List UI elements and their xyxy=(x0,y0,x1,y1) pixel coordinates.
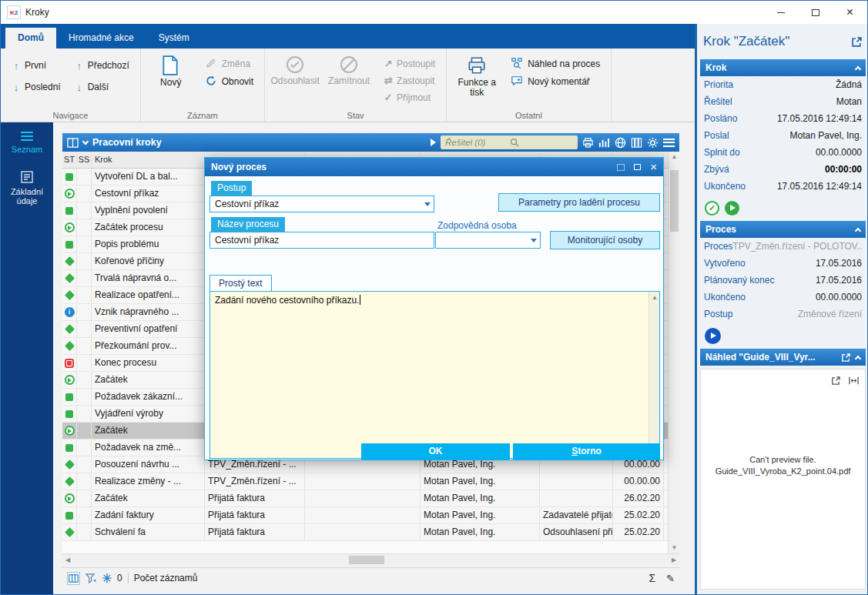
process-name-input[interactable]: Cestovní příkaz xyxy=(209,232,434,249)
debug-parameters-button[interactable]: Parametry pro ladění procesu xyxy=(498,193,660,212)
chevron-down-icon[interactable] xyxy=(82,138,89,144)
scroll-down-icon[interactable] xyxy=(669,543,680,553)
monitoring-persons-button[interactable]: Monitorující osoby xyxy=(550,231,660,249)
grid-header-bar: Pracovní kroky Řešitel (0) xyxy=(62,133,679,152)
vertical-scrollbar[interactable] xyxy=(668,152,679,553)
chart-icon[interactable] xyxy=(598,137,610,149)
table-row[interactable]: Realizace změny - ... TPV_Změn.řízení - … xyxy=(62,473,668,490)
column-header-krok[interactable]: Krok xyxy=(92,152,205,168)
status-icon xyxy=(65,512,73,520)
status-bar: 0 Počet záznamů xyxy=(62,567,679,588)
new-button[interactable]: Nový xyxy=(147,52,195,104)
responsible-person-label: Zodpovědná osoba xyxy=(437,220,517,231)
approved-status-icon[interactable] xyxy=(705,201,719,216)
maximize-button[interactable] xyxy=(798,1,833,24)
accept-button[interactable]: ✓Přijmout xyxy=(379,90,440,105)
view-icon[interactable] xyxy=(67,138,79,148)
minimize-button[interactable] xyxy=(763,1,798,24)
section-header-proces[interactable]: Proces xyxy=(700,221,866,238)
status-icon xyxy=(65,222,75,232)
cell-krok: Realizace opatření... xyxy=(92,287,205,303)
open-in-window-icon[interactable] xyxy=(841,353,851,363)
run-icon[interactable] xyxy=(431,139,436,146)
cell-proces: Přijatá faktura xyxy=(205,507,305,523)
resitel-filter-input[interactable]: Řešitel (0) xyxy=(441,135,578,149)
process-running-icon[interactable] xyxy=(705,328,721,344)
next-button[interactable]: Další xyxy=(70,78,134,96)
group-label-ostatni: Ostatní xyxy=(447,111,611,120)
dialog-titlebar[interactable]: Nový proces xyxy=(205,158,663,176)
scroll-thumb[interactable] xyxy=(670,170,679,232)
scroll-up-icon[interactable] xyxy=(669,152,680,162)
print-icon[interactable] xyxy=(582,137,594,149)
ok-button[interactable]: OK xyxy=(361,443,510,460)
reject-button[interactable]: Zamítnout xyxy=(325,52,373,104)
globe-icon[interactable] xyxy=(615,137,626,149)
dialog-maximize-icon[interactable] xyxy=(634,164,641,170)
status-icon xyxy=(65,410,73,418)
table-row[interactable]: Zadání faktury Přijatá faktura Motan Pav… xyxy=(62,507,668,524)
print-functions-button[interactable]: Funkce a tisk xyxy=(453,52,501,104)
panel-field-row: Splnit do 00.00.0000 xyxy=(697,144,868,161)
forward-button[interactable]: ↗Postoupit xyxy=(379,56,440,71)
tab-domu[interactable]: Domů xyxy=(5,28,56,48)
table-view-icon[interactable] xyxy=(67,572,80,585)
storno-button[interactable]: Storno xyxy=(513,443,660,460)
tab-system[interactable]: Systém xyxy=(146,28,202,48)
fit-width-icon[interactable] xyxy=(849,376,859,386)
open-external-icon[interactable] xyxy=(831,376,841,386)
gear-icon[interactable] xyxy=(647,137,659,149)
cell-resitel: Motan Pavel, Ing. xyxy=(421,490,540,506)
textarea-scrollbar[interactable] xyxy=(648,292,659,458)
horizontal-scrollbar[interactable] xyxy=(62,553,679,566)
proces-fields: Proces TPV_Změn.řízení - POLOTOV... Vytv… xyxy=(697,238,868,323)
group-ostatni: Funkce a tisk Náhled na proces Nový kome… xyxy=(447,48,612,122)
dropdown-arrow-icon xyxy=(531,239,537,242)
close-button[interactable] xyxy=(833,1,867,24)
columns-icon[interactable] xyxy=(631,137,642,149)
scroll-left-icon[interactable] xyxy=(62,554,73,567)
snowflake-icon[interactable] xyxy=(102,573,112,583)
substitute-button[interactable]: ⇄Zastoupit xyxy=(379,73,440,88)
table-row[interactable]: Schválení fa Přijatá faktura Motan Pavel… xyxy=(62,524,668,541)
responsible-person-combobox[interactable] xyxy=(435,232,541,249)
open-in-window-icon[interactable] xyxy=(851,36,863,48)
plain-text-tab[interactable]: Prostý text xyxy=(209,275,272,292)
last-button[interactable]: Poslední xyxy=(7,78,65,96)
section-header-nahled[interactable]: Náhled "Guide_VIII_Vyr... xyxy=(700,349,866,366)
first-button[interactable]: První xyxy=(7,56,65,75)
sum-icon[interactable] xyxy=(648,572,655,584)
previous-button[interactable]: Předchozí xyxy=(70,56,134,75)
process-preview-button[interactable]: Náhled na proces xyxy=(507,56,605,72)
table-row[interactable]: Začátek Přijatá faktura Motan Pavel, Ing… xyxy=(62,490,668,507)
dialog-close-icon[interactable] xyxy=(650,161,657,173)
section-header-krok[interactable]: Krok xyxy=(700,59,866,76)
postup-combobox[interactable]: Cestovní příkaz xyxy=(209,196,434,212)
record-count-label: Počet záznamů xyxy=(134,573,198,583)
cell-krok: Přezkoumání prov... xyxy=(92,338,205,354)
refresh-button[interactable]: Obnovit xyxy=(201,74,258,89)
panel-field-row: Plánovaný konec 17.05.2016 xyxy=(697,272,868,289)
tab-hromadne-akce[interactable]: Hromadné akce xyxy=(56,28,146,48)
menu-icon[interactable] xyxy=(663,139,675,147)
edit-icon[interactable] xyxy=(666,573,675,584)
filter-icon[interactable] xyxy=(85,573,97,583)
column-header-st[interactable]: ST xyxy=(62,152,77,168)
scroll-up-icon[interactable] xyxy=(649,292,660,303)
sidebar-item-seznam[interactable]: Seznam xyxy=(1,122,53,162)
dock-icon[interactable] xyxy=(617,164,625,171)
column-header-ss[interactable]: SS xyxy=(77,152,92,168)
change-button[interactable]: Změna xyxy=(201,56,258,72)
process-description-textarea[interactable]: Zadání nového cestovního příkazu. xyxy=(209,291,660,459)
status-icon xyxy=(65,393,73,401)
scroll-right-icon[interactable] xyxy=(669,554,679,567)
new-document-icon xyxy=(162,55,180,75)
k2-logo-icon: K2 xyxy=(7,5,21,19)
running-status-icon[interactable] xyxy=(725,201,739,216)
new-comment-button[interactable]: Nový komentář xyxy=(507,74,605,89)
scroll-thumb[interactable] xyxy=(349,556,384,564)
cell-krok: Cestovní příkaz xyxy=(92,186,205,202)
sidebar-item-zakladni-udaje[interactable]: Základní údaje xyxy=(1,162,53,213)
approve-button[interactable]: Odsouhlasit xyxy=(271,52,319,104)
cell-krok: Požadavek zákazní... xyxy=(92,389,205,405)
